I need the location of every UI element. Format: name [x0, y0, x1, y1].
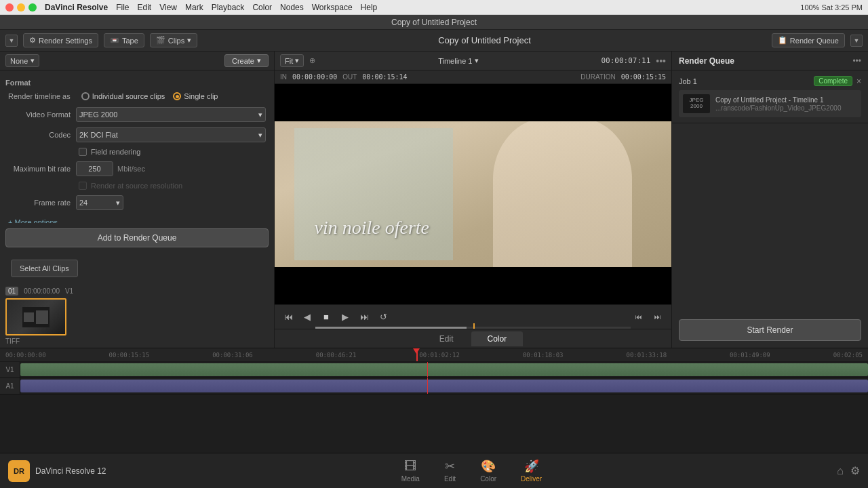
individual-clips-radio[interactable]: [81, 92, 90, 100]
video-format-dropdown[interactable]: JPEG 2000 ▾: [76, 107, 266, 122]
rq-job-item[interactable]: JPEG2000 Copy of Untitled Project - Time…: [679, 90, 861, 117]
right-collapse-button[interactable]: ▼: [850, 35, 863, 47]
menu-workspace[interactable]: Workspace: [312, 3, 353, 12]
go-to-start-button[interactable]: ⏮: [280, 309, 296, 325]
playhead-line: [416, 348, 418, 361]
timeline-header: Fit ▾ ⊕ Timeline 1 ▾ 00:00:07:11 •••: [275, 52, 671, 70]
ruler-mark-5: 00:01:18:03: [523, 352, 564, 359]
prev-frame-button[interactable]: ⏮: [631, 309, 647, 325]
timeline-name-display: Timeline 1 ▾: [438, 56, 478, 65]
fit-label: Fit: [285, 57, 293, 65]
close-button[interactable]: [5, 3, 14, 12]
single-clip-option[interactable]: Single clip: [173, 92, 218, 100]
ruler-mark-8: 00:02:05: [833, 352, 863, 359]
dock-color-button[interactable]: 🎨 Color: [469, 456, 507, 485]
max-bit-rate-input[interactable]: 250: [76, 161, 113, 176]
track-content-a1[interactable]: [20, 378, 868, 394]
select-all-clips-button[interactable]: Select All Clips: [11, 260, 78, 277]
dock-deliver-button[interactable]: 🚀 Deliver: [510, 456, 553, 485]
menu-help[interactable]: Help: [361, 3, 378, 12]
clips-button[interactable]: 🎬 Clips ▾: [150, 33, 197, 47]
render-timeline-radio-group: Render timeline as Individual source cli…: [5, 92, 269, 100]
play-button[interactable]: ▶: [337, 309, 353, 325]
timeline-name: Timeline 1: [438, 57, 472, 65]
loop-button[interactable]: ↺: [375, 309, 391, 325]
collapse-button[interactable]: ▼: [5, 35, 18, 47]
add-to-queue-button[interactable]: Add to Render Queue: [5, 228, 269, 247]
clip-thumb-inner: [7, 300, 65, 334]
frame-rate-dropdown[interactable]: 24 ▾: [76, 195, 123, 210]
ruler-marks: 00:00:00:00 00:00:15:15 00:00:31:06 00:0…: [5, 352, 863, 359]
track-label-v1: V1: [0, 362, 20, 378]
left-panel: None ▾ Create ▾ Format Render timeline a…: [0, 52, 275, 348]
stop-button[interactable]: ■: [318, 309, 334, 325]
create-button[interactable]: Create ▾: [224, 54, 269, 67]
clip-thumbnail[interactable]: [5, 298, 66, 336]
clip-format-label: TIFF: [5, 338, 269, 345]
fit-dropdown[interactable]: Fit ▾: [280, 54, 304, 67]
add-to-queue-label: Add to Render Queue: [98, 233, 177, 243]
more-options-button[interactable]: + More options: [5, 216, 269, 223]
start-render-button[interactable]: Start Render: [679, 319, 861, 341]
dock-media-button[interactable]: 🎞 Media: [391, 457, 431, 485]
dock-right: ⌂ ⚙: [837, 464, 860, 477]
render-queue-button[interactable]: 📋 Render Queue: [772, 33, 845, 47]
duration-label: DURATION: [580, 73, 615, 81]
dock-edit-button[interactable]: ✂ Edit: [433, 456, 467, 485]
edit-label: Edit: [444, 475, 456, 483]
dock-center: 🎞 Media ✂ Edit 🎨 Color 🚀 Deliver: [391, 456, 553, 485]
play-reverse-button[interactable]: ◀: [299, 309, 315, 325]
left-panel-content: Format Render timeline as Individual sou…: [0, 70, 274, 223]
home-icon[interactable]: ⌂: [837, 465, 844, 477]
ruler-mark-1: 00:00:15:15: [109, 352, 150, 359]
tab-edit[interactable]: Edit: [423, 331, 470, 346]
menu-color[interactable]: Color: [252, 3, 272, 12]
clip-number: 01: [5, 287, 18, 296]
top-toolbar: ▼ ⚙ Render Settings 📼 Tape 🎬 Clips ▾ Cop…: [0, 30, 868, 52]
field-rendering-checkbox[interactable]: [79, 148, 87, 156]
minimize-button[interactable]: [17, 3, 25, 12]
close-job-button[interactable]: ×: [856, 77, 861, 86]
render-source-res-checkbox[interactable]: [79, 182, 87, 190]
video-black-bar-bottom: [275, 267, 671, 304]
out-timecode: 00:00:15:14: [362, 73, 407, 81]
menu-mark[interactable]: Mark: [185, 3, 203, 12]
menu-playback[interactable]: Playback: [212, 3, 245, 12]
preset-dropdown[interactable]: None ▾: [5, 54, 39, 67]
center-panel: Fit ▾ ⊕ Timeline 1 ▾ 00:00:07:11 ••• IN …: [275, 52, 671, 348]
track-row-v1: V1: [0, 362, 868, 378]
video-preview[interactable]: vin noile oferte: [275, 84, 671, 304]
go-to-end-button[interactable]: ⏭: [356, 309, 372, 325]
frame-rate-label: Frame rate: [8, 199, 76, 207]
menu-file[interactable]: File: [116, 3, 129, 12]
tab-color[interactable]: Color: [471, 331, 524, 346]
rq-job-path: ...ranscode/FashionUp_Video_JPEG2000: [715, 104, 842, 112]
rq-job-header: Job 1 Complete ×: [679, 76, 861, 86]
menu-edit[interactable]: Edit: [138, 3, 152, 12]
in-timecode: 00:00:00:00: [292, 73, 337, 81]
render-queue-icon: 📋: [778, 36, 787, 45]
menu-view[interactable]: View: [159, 3, 177, 12]
create-label: Create: [232, 57, 254, 65]
track-content-v1[interactable]: [20, 362, 868, 378]
codec-chevron-icon: ▾: [258, 131, 262, 140]
settings-icon[interactable]: ⚙: [850, 464, 860, 477]
menu-nodes[interactable]: Nodes: [280, 3, 304, 12]
render-timeline-as-label: Render timeline as: [8, 92, 71, 100]
codec-dropdown[interactable]: 2K DCI Flat ▾: [76, 127, 266, 142]
render-queue-label: Render Queue: [790, 37, 839, 45]
individual-clips-option[interactable]: Individual source clips: [81, 92, 165, 100]
tape-button[interactable]: 📼 Tape: [104, 33, 144, 47]
render-settings-label: Render Settings: [39, 37, 92, 45]
tab-edit-label: Edit: [439, 334, 454, 344]
preview-options-icon[interactable]: •••: [656, 56, 666, 66]
next-frame-button[interactable]: ⏭: [650, 309, 666, 325]
maximize-button[interactable]: [28, 3, 37, 12]
frame-rate-chevron-icon: ▾: [116, 199, 120, 207]
traffic-lights[interactable]: [5, 3, 37, 12]
left-panel-header: None ▾ Create ▾: [0, 52, 274, 70]
single-clip-radio[interactable]: [173, 92, 181, 100]
window-title-bar: Copy of Untitled Project: [0, 15, 868, 30]
rq-options-icon[interactable]: •••: [852, 56, 861, 66]
render-settings-button[interactable]: ⚙ Render Settings: [23, 33, 98, 47]
